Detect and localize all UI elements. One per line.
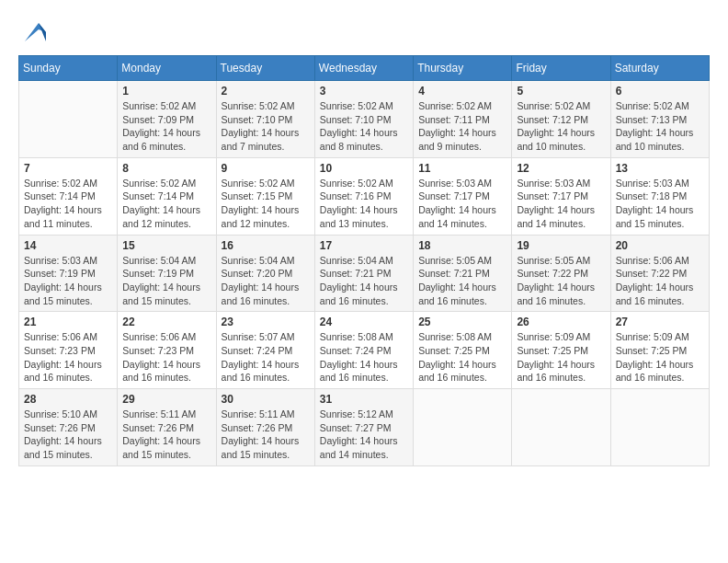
calendar-cell: 30Sunrise: 5:11 AM Sunset: 7:26 PM Dayli… [216, 389, 314, 466]
day-number: 10 [320, 162, 408, 175]
day-number: 6 [616, 85, 704, 98]
week-row-5: 28Sunrise: 5:10 AM Sunset: 7:26 PM Dayli… [19, 389, 710, 466]
day-header-friday: Friday [512, 56, 610, 81]
day-number: 1 [122, 85, 210, 98]
day-number: 19 [517, 239, 605, 252]
day-number: 29 [122, 393, 210, 406]
day-number: 2 [222, 85, 310, 98]
day-info: Sunrise: 5:05 AM Sunset: 7:21 PM Dayligh… [418, 254, 506, 308]
calendar-cell: 8Sunrise: 5:02 AM Sunset: 7:14 PM Daylig… [118, 157, 216, 235]
day-info: Sunrise: 5:02 AM Sunset: 7:12 PM Dayligh… [517, 99, 605, 154]
calendar-cell: 9Sunrise: 5:02 AM Sunset: 7:15 PM Daylig… [216, 157, 314, 235]
calendar-cell: 12Sunrise: 5:03 AM Sunset: 7:17 PM Dayli… [512, 157, 610, 235]
day-number: 9 [222, 162, 310, 175]
day-info: Sunrise: 5:04 AM Sunset: 7:21 PM Dayligh… [320, 254, 408, 308]
calendar-cell: 10Sunrise: 5:02 AM Sunset: 7:16 PM Dayli… [314, 157, 413, 235]
day-number: 8 [122, 162, 210, 175]
calendar-cell: 7Sunrise: 5:02 AM Sunset: 7:14 PM Daylig… [19, 157, 118, 235]
day-info: Sunrise: 5:02 AM Sunset: 7:09 PM Dayligh… [122, 99, 210, 154]
calendar-cell: 22Sunrise: 5:06 AM Sunset: 7:23 PM Dayli… [118, 312, 216, 389]
calendar-cell: 3Sunrise: 5:02 AM Sunset: 7:10 PM Daylig… [314, 81, 413, 158]
logo [18, 18, 48, 46]
day-header-wednesday: Wednesday [314, 56, 413, 81]
day-info: Sunrise: 5:07 AM Sunset: 7:24 PM Dayligh… [222, 330, 310, 385]
day-header-thursday: Thursday [414, 56, 512, 81]
day-number: 25 [418, 316, 506, 328]
svg-marker-1 [39, 23, 46, 41]
day-info: Sunrise: 5:02 AM Sunset: 7:14 PM Dayligh… [122, 177, 210, 231]
day-info: Sunrise: 5:03 AM Sunset: 7:18 PM Dayligh… [616, 177, 704, 231]
day-number: 23 [222, 316, 310, 328]
day-header-saturday: Saturday [610, 56, 709, 81]
day-number: 31 [320, 393, 408, 406]
week-row-1: 1Sunrise: 5:02 AM Sunset: 7:09 PM Daylig… [19, 81, 710, 158]
calendar-cell [512, 389, 610, 466]
calendar-cell: 13Sunrise: 5:03 AM Sunset: 7:18 PM Dayli… [610, 157, 709, 235]
calendar-cell: 24Sunrise: 5:08 AM Sunset: 7:24 PM Dayli… [314, 312, 413, 389]
day-number: 3 [320, 85, 408, 98]
day-info: Sunrise: 5:06 AM Sunset: 7:23 PM Dayligh… [24, 330, 112, 385]
day-header-monday: Monday [118, 56, 216, 81]
day-info: Sunrise: 5:09 AM Sunset: 7:25 PM Dayligh… [517, 330, 605, 385]
day-info: Sunrise: 5:02 AM Sunset: 7:10 PM Dayligh… [222, 99, 310, 154]
week-row-4: 21Sunrise: 5:06 AM Sunset: 7:23 PM Dayli… [19, 312, 710, 389]
day-info: Sunrise: 5:08 AM Sunset: 7:24 PM Dayligh… [320, 330, 408, 385]
day-number: 7 [24, 162, 112, 175]
calendar-cell: 26Sunrise: 5:09 AM Sunset: 7:25 PM Dayli… [512, 312, 610, 389]
calendar-cell: 21Sunrise: 5:06 AM Sunset: 7:23 PM Dayli… [19, 312, 118, 389]
day-number: 4 [418, 85, 506, 98]
day-info: Sunrise: 5:03 AM Sunset: 7:17 PM Dayligh… [517, 177, 605, 231]
day-number: 18 [418, 239, 506, 252]
day-number: 26 [517, 316, 605, 328]
day-header-sunday: Sunday [19, 56, 118, 81]
day-info: Sunrise: 5:02 AM Sunset: 7:10 PM Dayligh… [320, 99, 408, 154]
day-info: Sunrise: 5:08 AM Sunset: 7:25 PM Dayligh… [418, 330, 506, 385]
calendar-cell: 1Sunrise: 5:02 AM Sunset: 7:09 PM Daylig… [118, 81, 216, 158]
calendar-cell: 19Sunrise: 5:05 AM Sunset: 7:22 PM Dayli… [512, 235, 610, 312]
day-number: 15 [122, 239, 210, 252]
day-number: 28 [24, 393, 112, 406]
day-number: 14 [24, 239, 112, 252]
day-info: Sunrise: 5:03 AM Sunset: 7:19 PM Dayligh… [24, 254, 112, 308]
calendar-cell: 6Sunrise: 5:02 AM Sunset: 7:13 PM Daylig… [610, 81, 709, 158]
calendar-cell: 28Sunrise: 5:10 AM Sunset: 7:26 PM Dayli… [19, 389, 118, 466]
day-info: Sunrise: 5:12 AM Sunset: 7:27 PM Dayligh… [320, 408, 408, 462]
day-number: 24 [320, 316, 408, 328]
calendar-cell: 18Sunrise: 5:05 AM Sunset: 7:21 PM Dayli… [414, 235, 512, 312]
day-info: Sunrise: 5:09 AM Sunset: 7:25 PM Dayligh… [616, 330, 704, 385]
calendar-cell: 16Sunrise: 5:04 AM Sunset: 7:20 PM Dayli… [216, 235, 314, 312]
day-number: 16 [222, 239, 310, 252]
day-info: Sunrise: 5:06 AM Sunset: 7:23 PM Dayligh… [122, 330, 210, 385]
day-number: 30 [222, 393, 310, 406]
calendar-cell: 29Sunrise: 5:11 AM Sunset: 7:26 PM Dayli… [118, 389, 216, 466]
day-info: Sunrise: 5:10 AM Sunset: 7:26 PM Dayligh… [24, 408, 112, 462]
day-info: Sunrise: 5:04 AM Sunset: 7:19 PM Dayligh… [122, 254, 210, 308]
calendar-table: SundayMondayTuesdayWednesdayThursdayFrid… [18, 55, 710, 466]
day-info: Sunrise: 5:03 AM Sunset: 7:17 PM Dayligh… [418, 177, 506, 231]
day-number: 27 [616, 316, 704, 328]
day-number: 5 [517, 85, 605, 98]
days-header-row: SundayMondayTuesdayWednesdayThursdayFrid… [19, 56, 710, 81]
calendar-cell: 17Sunrise: 5:04 AM Sunset: 7:21 PM Dayli… [314, 235, 413, 312]
day-number: 22 [122, 316, 210, 328]
day-info: Sunrise: 5:11 AM Sunset: 7:26 PM Dayligh… [222, 408, 310, 462]
calendar-cell: 4Sunrise: 5:02 AM Sunset: 7:11 PM Daylig… [414, 81, 512, 158]
page-header [18, 18, 710, 46]
day-header-tuesday: Tuesday [216, 56, 314, 81]
calendar-cell [610, 389, 709, 466]
day-info: Sunrise: 5:02 AM Sunset: 7:13 PM Dayligh… [616, 99, 704, 154]
calendar-cell: 2Sunrise: 5:02 AM Sunset: 7:10 PM Daylig… [216, 81, 314, 158]
day-number: 13 [616, 162, 704, 175]
logo-icon [20, 18, 48, 46]
calendar-cell: 25Sunrise: 5:08 AM Sunset: 7:25 PM Dayli… [414, 312, 512, 389]
day-info: Sunrise: 5:02 AM Sunset: 7:11 PM Dayligh… [418, 99, 506, 154]
calendar-cell [414, 389, 512, 466]
day-number: 21 [24, 316, 112, 328]
calendar-cell: 31Sunrise: 5:12 AM Sunset: 7:27 PM Dayli… [314, 389, 413, 466]
calendar-cell: 23Sunrise: 5:07 AM Sunset: 7:24 PM Dayli… [216, 312, 314, 389]
day-number: 20 [616, 239, 704, 252]
week-row-3: 14Sunrise: 5:03 AM Sunset: 7:19 PM Dayli… [19, 235, 710, 312]
calendar-cell: 15Sunrise: 5:04 AM Sunset: 7:19 PM Dayli… [118, 235, 216, 312]
week-row-2: 7Sunrise: 5:02 AM Sunset: 7:14 PM Daylig… [19, 157, 710, 235]
calendar-cell: 11Sunrise: 5:03 AM Sunset: 7:17 PM Dayli… [414, 157, 512, 235]
